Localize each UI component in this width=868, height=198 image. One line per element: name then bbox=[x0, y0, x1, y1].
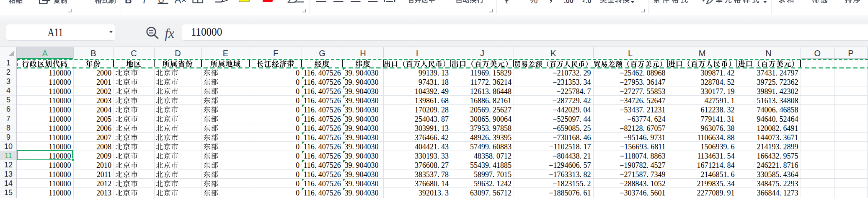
svg-text:39. 904030: 39. 904030 bbox=[345, 152, 379, 160]
svg-text:−525097. 44: −525097. 44 bbox=[553, 115, 591, 123]
svg-text:170209. 28: 170209. 28 bbox=[415, 106, 449, 114]
svg-text:110000: 110000 bbox=[49, 161, 71, 169]
svg-text:39. 904030: 39. 904030 bbox=[345, 124, 379, 133]
svg-text:fx: fx bbox=[165, 26, 175, 41]
svg-text:99139. 13: 99139. 13 bbox=[418, 69, 449, 77]
svg-text:−1102518. 17: −1102518. 17 bbox=[549, 143, 591, 151]
svg-text:2005: 2005 bbox=[96, 115, 111, 123]
svg-text:G: G bbox=[319, 49, 326, 58]
svg-text:110000: 110000 bbox=[49, 143, 71, 151]
svg-text:39. 904030: 39. 904030 bbox=[345, 189, 379, 197]
svg-text:−1763313. 82: −1763313. 82 bbox=[549, 170, 591, 179]
svg-text:39. 904030: 39. 904030 bbox=[345, 78, 379, 86]
svg-text:−288843. 1052: −288843. 1052 bbox=[620, 180, 665, 188]
svg-text:383537. 78: 383537. 78 bbox=[415, 170, 449, 179]
svg-text:2007: 2007 bbox=[96, 133, 111, 142]
svg-text:−118074. 8863: −118074. 8863 bbox=[620, 152, 665, 160]
svg-text:L: L bbox=[628, 49, 633, 58]
svg-text:51613. 34808: 51613. 34808 bbox=[757, 96, 798, 105]
svg-text:427591. 1: 427591. 1 bbox=[705, 96, 735, 105]
svg-text:166432. 9575: 166432. 9575 bbox=[757, 152, 798, 160]
svg-text:2011: 2011 bbox=[97, 170, 111, 179]
svg-text:110000: 110000 bbox=[49, 96, 71, 105]
svg-text:110000: 110000 bbox=[191, 25, 222, 38]
svg-text:0: 0 bbox=[296, 133, 300, 142]
svg-text:0: 0 bbox=[296, 115, 300, 123]
svg-text:116. 407526: 116. 407526 bbox=[304, 170, 341, 179]
svg-text:1506939. 6: 1506939. 6 bbox=[701, 143, 735, 151]
svg-text:3: 3 bbox=[6, 77, 10, 86]
svg-text:366844. 1273: 366844. 1273 bbox=[757, 189, 798, 197]
svg-text:404421. 43: 404421. 43 bbox=[415, 143, 449, 151]
svg-text:K: K bbox=[550, 49, 556, 58]
svg-text:−271587. 7349: −271587. 7349 bbox=[620, 170, 665, 179]
svg-text:328784. 52: 328784. 52 bbox=[701, 78, 735, 86]
svg-text:−82128. 67057: −82128. 67057 bbox=[620, 124, 665, 133]
svg-text:376466. 42: 376466. 42 bbox=[415, 133, 449, 142]
svg-text:12: 12 bbox=[4, 161, 13, 169]
svg-text:6: 6 bbox=[6, 105, 10, 113]
svg-text:J: J bbox=[480, 49, 484, 58]
svg-text:U: U bbox=[158, 0, 164, 5]
svg-text:39725. 72362: 39725. 72362 bbox=[757, 78, 798, 86]
svg-text:0: 0 bbox=[296, 78, 300, 86]
svg-text:−1885076. 61: −1885076. 61 bbox=[549, 189, 591, 197]
svg-text:330193. 33: 330193. 33 bbox=[415, 152, 449, 160]
svg-text:11969. 15829: 11969. 15829 bbox=[470, 69, 512, 77]
svg-text:39. 904030: 39. 904030 bbox=[345, 133, 379, 142]
svg-text:M: M bbox=[699, 49, 706, 58]
svg-text:612238. 32: 612238. 32 bbox=[701, 106, 735, 114]
svg-text:7: 7 bbox=[6, 115, 10, 123]
svg-text:39. 904030: 39. 904030 bbox=[345, 115, 379, 123]
svg-text:4: 4 bbox=[6, 86, 10, 95]
svg-text:110000: 110000 bbox=[49, 180, 71, 188]
svg-text:110000: 110000 bbox=[49, 189, 71, 197]
svg-text:.00: .00 bbox=[564, 0, 574, 4]
svg-text:48926. 39395: 48926. 39395 bbox=[470, 133, 512, 142]
svg-text:16886. 82161: 16886. 82161 bbox=[470, 96, 512, 105]
svg-text:P: P bbox=[848, 49, 853, 58]
svg-text:116. 407526: 116. 407526 bbox=[304, 106, 341, 114]
svg-text:−659085. 25: −659085. 25 bbox=[553, 124, 591, 133]
svg-text:94640. 52464: 94640. 52464 bbox=[757, 115, 798, 123]
svg-text:−53437. 21231: −53437. 21231 bbox=[620, 106, 665, 114]
svg-text:−730168. 46: −730168. 46 bbox=[553, 133, 591, 142]
svg-text:116. 407526: 116. 407526 bbox=[304, 180, 341, 188]
svg-text:2000: 2000 bbox=[96, 69, 111, 77]
svg-text:39. 904030: 39. 904030 bbox=[345, 69, 379, 77]
svg-text:116. 407526: 116. 407526 bbox=[304, 143, 341, 151]
svg-text:−287729. 42: −287729. 42 bbox=[553, 96, 591, 105]
svg-text:13: 13 bbox=[4, 170, 13, 178]
svg-text:348475. 2293: 348475. 2293 bbox=[757, 180, 798, 188]
svg-text:39. 904030: 39. 904030 bbox=[345, 96, 379, 105]
svg-text:58997. 7015: 58997. 7015 bbox=[474, 170, 512, 179]
svg-text:5: 5 bbox=[6, 96, 10, 104]
svg-text:303991. 13: 303991. 13 bbox=[415, 124, 449, 133]
svg-text:116. 407526: 116. 407526 bbox=[304, 96, 341, 105]
svg-text:0: 0 bbox=[296, 106, 300, 114]
svg-text:−1294606. 57: −1294606. 57 bbox=[549, 161, 591, 169]
svg-text:O: O bbox=[814, 49, 821, 58]
svg-text:39. 904030: 39. 904030 bbox=[345, 143, 379, 151]
svg-text:1671214. 84: 1671214. 84 bbox=[697, 161, 735, 169]
svg-text:110000: 110000 bbox=[49, 78, 71, 86]
svg-text:57499. 60883: 57499. 60883 bbox=[470, 143, 512, 151]
svg-text:116. 407526: 116. 407526 bbox=[304, 189, 341, 197]
svg-text:376680. 14: 376680. 14 bbox=[415, 180, 449, 188]
svg-text:I: I bbox=[416, 49, 418, 58]
svg-text:254043. 87: 254043. 87 bbox=[415, 115, 449, 123]
svg-text:309871. 42: 309871. 42 bbox=[701, 69, 735, 77]
svg-text:2001: 2001 bbox=[96, 78, 111, 86]
svg-text:37953. 97858: 37953. 97858 bbox=[470, 124, 512, 133]
svg-text:39891. 42302: 39891. 42302 bbox=[757, 87, 798, 96]
svg-text:39. 904030: 39. 904030 bbox=[345, 161, 379, 169]
svg-text:144073. 3671: 144073. 3671 bbox=[757, 133, 798, 142]
svg-text:0: 0 bbox=[296, 161, 300, 169]
svg-text:−442029. 04: −442029. 04 bbox=[553, 106, 591, 114]
svg-text:110000: 110000 bbox=[49, 152, 71, 160]
svg-text:330585. 4364: 330585. 4364 bbox=[757, 170, 798, 179]
svg-text:116. 407526: 116. 407526 bbox=[304, 133, 341, 142]
svg-text:39. 904030: 39. 904030 bbox=[345, 180, 379, 188]
svg-text:1106634. 88: 1106634. 88 bbox=[697, 133, 734, 142]
svg-text:15: 15 bbox=[4, 188, 13, 197]
